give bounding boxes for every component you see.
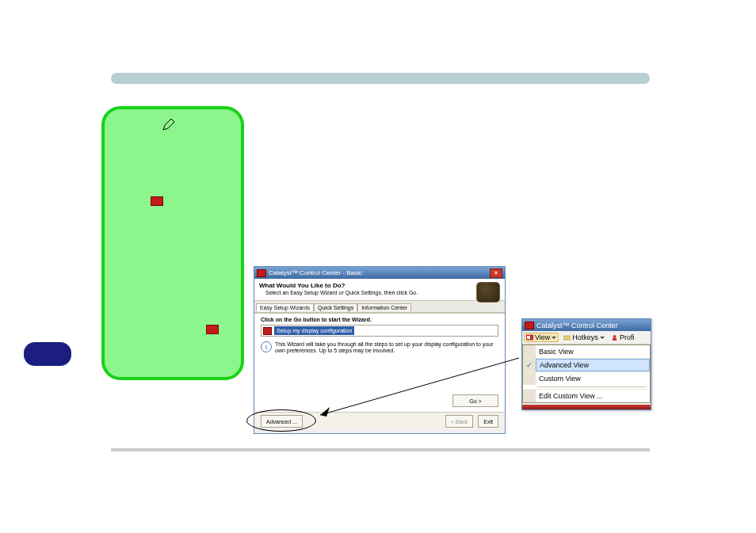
svg-rect-6: [613, 338, 617, 341]
menu-item-custom-view[interactable]: Custom View: [523, 371, 650, 385]
toolbar-view-button[interactable]: View: [524, 333, 559, 342]
toolbar-profiles-button[interactable]: Profi: [609, 333, 636, 341]
go-button[interactable]: Go >: [452, 394, 498, 407]
advanced-button[interactable]: Advanced ...: [261, 415, 303, 428]
tab-easy-setup-wizards[interactable]: Easy Setup Wizards: [256, 303, 314, 311]
header-divider: [111, 73, 650, 84]
info-icon: i: [261, 341, 272, 352]
hotkeys-icon: [563, 334, 571, 341]
menu-item-basic-view[interactable]: Basic View: [523, 345, 650, 358]
toolbar: View Hotkeys Profi: [522, 331, 651, 345]
window-footer: Advanced ... < Back Exit: [254, 412, 505, 430]
tab-body: Click on the Go button to start the Wiza…: [254, 313, 505, 412]
exit-button[interactable]: Exit: [478, 415, 498, 428]
catalyst-basic-window: Catalyst™ Control Center - Basic ✕ What …: [254, 266, 506, 434]
wizard-list-item[interactable]: Setup my display configuration: [261, 325, 498, 337]
menu-item-edit-custom-view[interactable]: Edit Custom View ...: [523, 389, 650, 402]
svg-point-5: [613, 335, 616, 338]
toolbar-profiles-label: Profi: [620, 333, 635, 341]
ati-logo-icon: [525, 322, 534, 329]
header-question: What Would You Like to Do?: [259, 282, 500, 289]
close-button[interactable]: ✕: [490, 268, 502, 278]
ati-logo-icon: [263, 327, 272, 335]
menu-separator: [537, 386, 647, 387]
ati-logo-icon: [206, 325, 219, 334]
pen-icon: [162, 119, 174, 131]
window-title: Catalyst™ Control Center - Basic: [269, 269, 362, 276]
tab-quick-settings[interactable]: Quick Settings: [314, 303, 357, 311]
ati-logo-icon: [257, 269, 266, 277]
menu-item-label: Custom View: [536, 372, 650, 385]
chevron-down-icon: [552, 337, 556, 339]
info-block: i This Wizard will take you through all …: [261, 341, 498, 355]
brand-strip: [522, 405, 651, 409]
window-titlebar: Catalyst™ Control Center: [522, 319, 651, 331]
profiles-icon: [611, 334, 618, 341]
back-button[interactable]: < Back: [445, 415, 474, 428]
tab-strip: Easy Setup Wizards Quick Settings Inform…: [254, 300, 505, 313]
view-dropdown-menu: Basic View ✓ Advanced View Custom View E…: [522, 345, 651, 403]
menu-item-label: Edit Custom View ...: [536, 390, 650, 402]
brand-badge-icon: [476, 282, 500, 303]
note-box: [101, 106, 244, 380]
tab-information-center[interactable]: Information Center: [357, 303, 411, 311]
chevron-down-icon: [600, 337, 605, 339]
window-header: What Would You Like to Do? Select an Eas…: [254, 279, 505, 300]
window-titlebar: Catalyst™ Control Center - Basic ✕: [254, 267, 505, 279]
catalyst-view-menu-window: Catalyst™ Control Center View Hotkeys: [521, 318, 651, 410]
menu-item-advanced-view[interactable]: ✓ Advanced View: [523, 358, 650, 371]
window-title: Catalyst™ Control Center: [536, 322, 618, 329]
toolbar-hotkeys-button[interactable]: Hotkeys: [562, 333, 606, 341]
wizard-item-label: Setup my display configuration: [274, 326, 354, 335]
menu-item-label: Advanced View: [536, 359, 650, 371]
svg-rect-3: [527, 336, 530, 339]
ati-logo-icon: [151, 196, 163, 206]
toolbar-view-label: View: [535, 333, 550, 341]
view-icon: [526, 334, 533, 341]
svg-rect-4: [563, 336, 571, 340]
check-icon: ✓: [526, 361, 533, 369]
header-subtext: Select an Easy Setup Wizard or Quick Set…: [265, 290, 500, 295]
toolbar-hotkeys-label: Hotkeys: [572, 333, 598, 341]
footer-divider: [111, 448, 650, 451]
body-heading: Click on the Go button to start the Wiza…: [261, 317, 498, 322]
side-tab: [24, 342, 71, 366]
menu-item-label: Basic View: [536, 345, 650, 358]
info-text: This Wizard will take you through all th…: [275, 341, 498, 355]
